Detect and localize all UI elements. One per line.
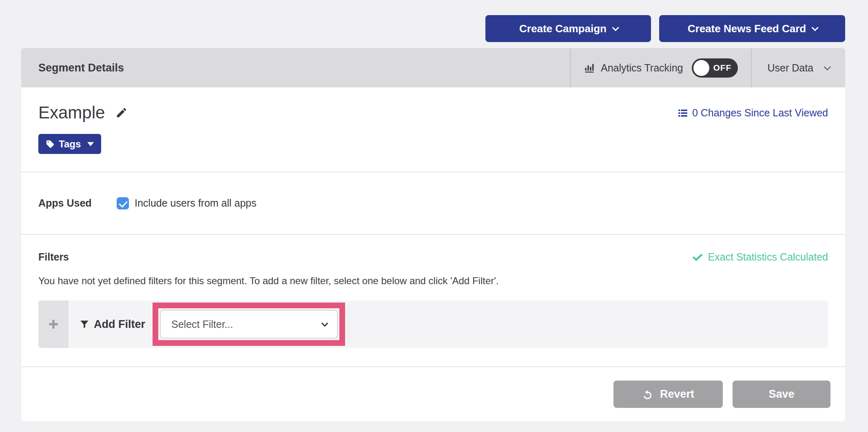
exact-statistics-label: Exact Statistics Calculated [708,251,828,263]
plus-icon [47,318,60,331]
create-campaign-button[interactable]: Create Campaign [485,15,651,42]
tags-button[interactable]: Tags [38,134,101,154]
tags-button-label: Tags [59,138,81,150]
add-filter-group-button[interactable] [38,301,69,348]
create-news-feed-label: Create News Feed Card [688,22,806,35]
revert-button-label: Revert [660,388,694,401]
segment-name: Example [38,103,105,122]
add-filter-label: Add Filter [94,318,145,331]
caret-down-icon [87,142,94,146]
filter-row-body: Add Filter Select Filter... [69,301,828,348]
analytics-tracking-block: Analytics Tracking OFF [571,48,751,87]
filters-header-row: Filters Exact Statistics Calculated [38,251,828,263]
create-news-feed-card-button[interactable]: Create News Feed Card [659,15,845,42]
user-data-label: User Data [767,62,813,74]
revert-button[interactable]: Revert [613,381,723,408]
select-filter-dropdown[interactable]: Select Filter... [160,310,338,338]
chevron-down-icon [812,24,819,31]
include-all-apps-checkbox[interactable] [117,197,129,209]
apps-used-section: Apps Used Include users from all apps [21,172,845,234]
check-icon [692,252,703,263]
edit-pencil-icon[interactable] [115,107,128,119]
filters-description: You have not yet defined filters for thi… [38,275,828,287]
chevron-down-icon [612,24,619,31]
card-footer: Revert Save [21,366,845,421]
segment-details-card: Segment Details Analytics Tracking OFF [21,48,845,421]
segment-name-section: Example 0 Changes Since Last Viewed [21,87,845,171]
filters-section: Filters Exact Statistics Calculated You … [21,235,845,366]
page-title: Segment Details [21,62,124,74]
screen: Create Campaign Create News Feed Card Se… [0,0,868,432]
toggle-knob [693,60,709,76]
header-right-group: Analytics Tracking OFF User Data [570,48,845,87]
analytics-tracking-label: Analytics Tracking [601,62,683,74]
filters-heading: Filters [38,251,69,263]
top-action-bar: Create Campaign Create News Feed Card [21,15,845,42]
bar-chart-icon [584,62,595,73]
select-filter-placeholder: Select Filter... [171,318,233,330]
changes-since-last-viewed-link[interactable]: 0 Changes Since Last Viewed [678,107,828,119]
card-header: Segment Details Analytics Tracking OFF [21,48,845,87]
tag-icon [46,140,55,149]
changes-link-label: 0 Changes Since Last Viewed [692,107,828,119]
apps-used-label: Apps Used [38,197,117,209]
chevron-down-icon [321,320,328,327]
save-button-label: Save [768,388,794,401]
include-all-apps-label: Include users from all apps [135,197,257,209]
revert-undo-icon [642,389,653,400]
add-filter-label-group: Add Filter [79,318,145,331]
toggle-state-label: OFF [713,63,731,73]
analytics-tracking-toggle[interactable]: OFF [692,58,738,78]
exact-statistics-status: Exact Statistics Calculated [692,251,828,263]
user-data-dropdown[interactable]: User Data [752,48,845,87]
add-filter-row: Add Filter Select Filter... [38,301,828,348]
create-campaign-label: Create Campaign [519,22,607,35]
filter-funnel-icon [79,319,90,330]
chevron-down-icon [824,63,831,70]
include-all-apps-option: Include users from all apps [117,197,257,209]
list-icon [678,108,688,118]
save-button[interactable]: Save [733,381,830,408]
annotation-highlight-box: Select Filter... [153,303,345,346]
